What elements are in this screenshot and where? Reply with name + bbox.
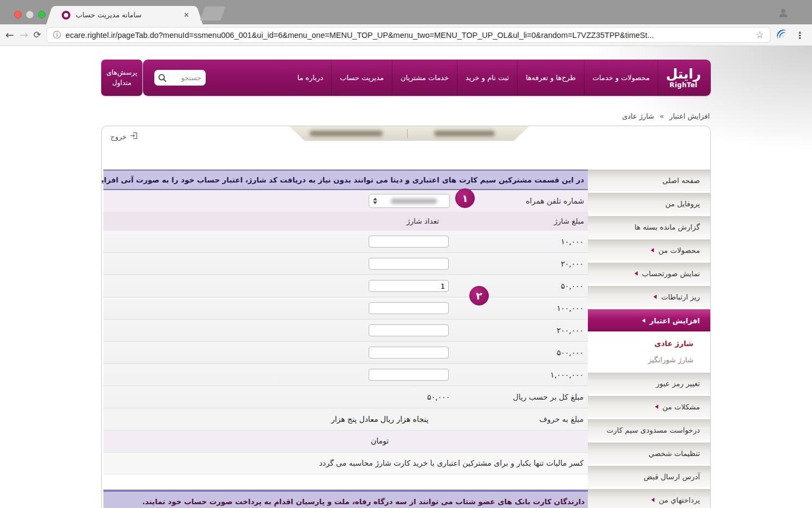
- url-text[interactable]: ecare.rightel.ir/pageTab.do?menuId=ssmen…: [66, 31, 751, 40]
- step-badge-2: ۲: [469, 286, 489, 305]
- back-icon[interactable]: ←: [5, 30, 14, 40]
- logo-persian: رایتل: [666, 67, 701, 82]
- breadcrumb-separator: »: [660, 112, 664, 120]
- tab-close-icon[interactable]: ✕: [184, 11, 189, 19]
- browser-toolbar: ← → ⟳ ⓘ ecare.rightel.ir/pageTab.do?menu…: [0, 24, 812, 46]
- sidebar-item-my-payments[interactable]: پرداختهاي من: [588, 489, 711, 508]
- table-header-row: مبلغ شارژ تعداد شارژ: [103, 212, 588, 231]
- new-tab-button[interactable]: [200, 6, 225, 21]
- sidebar-item-label: ریز ارتباطات: [661, 292, 700, 301]
- count-column-header: تعداد شارژ: [369, 212, 477, 231]
- sidebar-item-sim-block-request[interactable]: درخواست مسدودی سیم کارت: [588, 419, 711, 441]
- sidebar-item-call-details[interactable]: ریز ارتباطات: [588, 286, 711, 308]
- rightel-logo[interactable]: رایتل RighTel: [658, 60, 711, 96]
- total-value: ۵۰,۰۰۰: [369, 386, 450, 408]
- nav-customer-services[interactable]: خدمات مشتریان: [392, 60, 457, 96]
- faq-line2: متداول: [112, 78, 132, 88]
- sidebar-item-label: گزارش مانده بسته ها: [634, 223, 700, 231]
- browser-titlebar: سامانه مدیریت حساب ✕: [0, 0, 812, 24]
- faq-line1: پرسش‌های: [107, 68, 137, 78]
- url-bar[interactable]: ⓘ ecare.rightel.ir/pageTab.do?menuId=ssm…: [47, 27, 770, 43]
- bookmark-star-icon[interactable]: ☆: [756, 29, 764, 41]
- charge-count-input-100000[interactable]: [369, 302, 449, 314]
- sidebar-item-my-problems[interactable]: مشکلات من: [588, 396, 711, 418]
- sidebar-item-label: تنظیمات شخصي: [649, 449, 700, 458]
- spacer-row: [103, 474, 588, 490]
- total-label: مبلغ کل بر حسب ریال: [513, 393, 584, 401]
- sidebar-item-my-profile[interactable]: پروفایل من: [588, 193, 711, 214]
- close-window-button[interactable]: [14, 11, 22, 18]
- sidebar-item-label: صفحه اصلی: [663, 176, 700, 185]
- main-nav: محصولات و خدمات طرح‌ها و تعرفه‌ها ثبت نا…: [289, 60, 658, 96]
- tax-note-row: کسر مالیات تنها یکبار و برای مشترکین اعت…: [103, 452, 588, 474]
- increase-credit-submenu: شارژ عادی شارژ شورانگیز: [588, 333, 711, 371]
- logo-latin: RighTel: [670, 81, 697, 89]
- chevron-left-icon: [642, 318, 645, 323]
- charge-row-1000000: ۱,۰۰۰,۰۰۰: [103, 364, 588, 386]
- chevron-left-icon: [651, 498, 654, 502]
- search-input[interactable]: [154, 70, 206, 86]
- nav-products-services[interactable]: محصولات و خدمات: [584, 60, 658, 96]
- charge-form: در این قسمت مشترکین سیم کارت های اعتباری…: [103, 170, 588, 508]
- amount-in-words-row: مبلغ به حروف پنجاه هزار ریال معادل پنج ه…: [103, 408, 588, 431]
- nav-register-purchase[interactable]: ثبت نام و خرید: [457, 60, 517, 96]
- sidebar-item-bill-address[interactable]: آدرس ارسال قبض: [588, 466, 711, 487]
- chevron-left-icon: [651, 248, 654, 252]
- sidebar-item-increase-credit[interactable]: افزایش اعتبار: [588, 309, 711, 331]
- amount-value: ۱,۰۰۰,۰۰۰: [550, 370, 584, 379]
- sidebar-item-personal-settings[interactable]: تنظیمات شخصي: [588, 442, 711, 464]
- browser-menu-icon[interactable]: ⋮: [793, 30, 807, 41]
- faq-button[interactable]: پرسش‌های متداول: [101, 60, 142, 96]
- browser-tab[interactable]: سامانه مدیریت حساب ✕: [54, 6, 195, 24]
- charge-count-input-1000000[interactable]: [369, 369, 449, 381]
- charge-count-input-200000[interactable]: [369, 324, 449, 336]
- info-icon[interactable]: ⓘ: [53, 30, 61, 40]
- total-row: مبلغ کل بر حسب ریال ۵۰,۰۰۰: [103, 386, 588, 408]
- profile-avatar-icon[interactable]: [777, 7, 789, 21]
- zoom-window-button[interactable]: [38, 11, 45, 18]
- step-badge-1: ۱: [455, 188, 475, 208]
- nav-about-us[interactable]: درباره ما: [289, 60, 331, 96]
- tab-title: سامانه مدیریت حساب: [76, 11, 141, 19]
- amount-value: ۱۰۰,۰۰۰: [556, 304, 584, 312]
- minimize-window-button[interactable]: [26, 11, 34, 18]
- shetab-banner: دارندگان کارت بانک های عضو شتاب می توانن…: [103, 490, 588, 508]
- sidebar-item-change-password[interactable]: تغییر رمز عبور: [588, 373, 711, 394]
- phone-select[interactable]: [369, 194, 450, 208]
- page: رایتل RighTel محصولات و خدمات طرح‌ها و ت…: [0, 46, 812, 508]
- sidebar-item-label: مشکلات من: [663, 402, 700, 411]
- blurred-account-number: [434, 131, 495, 136]
- traffic-lights: [14, 11, 45, 18]
- charge-count-input-20000[interactable]: [369, 258, 449, 270]
- extension-icon[interactable]: [776, 28, 788, 42]
- content-box: خروج در این قسمت مشترکین سیم کارت های اع…: [101, 126, 711, 508]
- phone-label: شماره تلفن همراه: [526, 197, 584, 205]
- nav-account-management[interactable]: مدیریت حساب: [331, 60, 392, 96]
- breadcrumb: افزایش اعتبار » شارژ عادی: [622, 112, 710, 120]
- charge-count-input-500000[interactable]: [369, 347, 449, 359]
- charge-row-50000: ۵۰,۰۰۰: [103, 275, 588, 297]
- logout-button[interactable]: خروج: [110, 132, 138, 141]
- sidebar-item-my-products[interactable]: محصولات من: [588, 239, 711, 261]
- sidebar-item-label: تغییر رمز عبور: [656, 379, 700, 388]
- chevron-left-icon: [634, 271, 638, 276]
- search-box[interactable]: [154, 70, 206, 86]
- breadcrumb-parent[interactable]: افزایش اعتبار: [670, 112, 710, 120]
- submenu-item-normal-charge[interactable]: شارژ عادی: [588, 335, 711, 351]
- tax-note: کسر مالیات تنها یکبار و برای مشترکین اعت…: [319, 459, 584, 467]
- sidebar-item-label: محصولات من: [658, 246, 700, 255]
- sidebar-item-label: نمایش صورتحساب: [642, 269, 700, 278]
- charge-count-input-10000[interactable]: [369, 236, 449, 248]
- sidebar-item-view-bill[interactable]: نمایش صورتحساب: [588, 263, 711, 284]
- nav-plans-tariffs[interactable]: طرح‌ها و تعرفه‌ها: [517, 60, 584, 96]
- words-label: مبلغ به حروف: [539, 415, 584, 424]
- charge-count-input-50000[interactable]: [369, 280, 449, 292]
- sidebar-item-label: درخواست مسدودی سیم کارت: [606, 426, 700, 434]
- refresh-icon[interactable]: ⟳: [34, 30, 41, 40]
- charge-row-10000: ۱۰,۰۰۰: [103, 231, 588, 253]
- forward-icon[interactable]: →: [19, 30, 28, 40]
- sidebar-item-home[interactable]: صفحه اصلی: [588, 170, 711, 191]
- sidebar-item-label: آدرس ارسال قبض: [644, 472, 700, 481]
- submenu-item-shurangiz-charge[interactable]: شارژ شورانگیز: [588, 351, 711, 368]
- sidebar-item-package-balance[interactable]: گزارش مانده بسته ها: [588, 216, 711, 238]
